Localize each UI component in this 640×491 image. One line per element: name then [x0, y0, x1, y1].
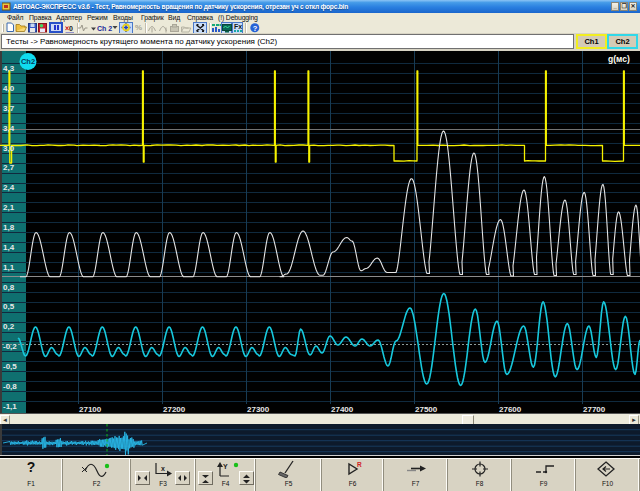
svg-text:2,1: 2,1	[3, 203, 15, 212]
svg-text:1,1: 1,1	[3, 263, 15, 272]
svg-text:27200: 27200	[163, 405, 186, 414]
svg-text:-0,5: -0,5	[3, 362, 17, 371]
svg-text:Y: Y	[223, 463, 228, 470]
svg-text:27400: 27400	[331, 405, 354, 414]
svg-text:0,8: 0,8	[3, 283, 15, 292]
svg-text:3,0: 3,0	[3, 144, 15, 153]
svg-text:2,4: 2,4	[3, 183, 15, 192]
svg-text:x: x	[161, 465, 165, 472]
svg-text:4,3: 4,3	[3, 64, 15, 73]
svg-text:-0,8: -0,8	[3, 382, 17, 391]
svg-text:Ch 2: Ch 2	[97, 25, 112, 32]
svg-text:-1,1: -1,1	[3, 402, 17, 411]
svg-text:Ch2: Ch2	[21, 57, 35, 66]
svg-text:27600: 27600	[499, 405, 522, 414]
svg-text:27100: 27100	[79, 405, 102, 414]
svg-text:g(мс): g(мс)	[608, 54, 630, 64]
svg-text:27300: 27300	[247, 405, 270, 414]
svg-text:1,4: 1,4	[3, 243, 15, 252]
svg-text:-0,2: -0,2	[3, 342, 17, 351]
svg-text:0,5: 0,5	[3, 302, 15, 311]
svg-text:2,7: 2,7	[3, 163, 15, 172]
svg-text:3,4: 3,4	[3, 124, 15, 133]
svg-text:27700: 27700	[583, 405, 606, 414]
svg-text:R: R	[357, 461, 362, 468]
svg-text:?: ?	[253, 24, 258, 33]
svg-text:27500: 27500	[415, 405, 438, 414]
svg-text:1,8: 1,8	[3, 223, 15, 232]
svg-text:0,2: 0,2	[3, 322, 15, 331]
svg-text:0: 0	[69, 25, 73, 32]
svg-text:3,7: 3,7	[3, 104, 15, 113]
svg-text:4,0: 4,0	[3, 84, 15, 93]
